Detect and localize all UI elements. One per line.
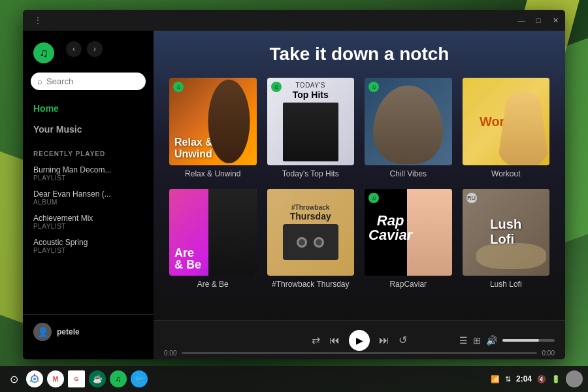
taskbar-gmail-icon[interactable]: M: [47, 370, 64, 387]
card-chill-label: Chill Vibes: [365, 169, 452, 178]
card-throwback-label: #Throwback Thursday: [267, 280, 355, 289]
spotify-logo-icon: ♫: [33, 42, 54, 63]
sidebar-item-your-music[interactable]: Your Music: [23, 119, 154, 140]
workout-person: [497, 91, 549, 165]
progress-container: 0:00 0:00: [154, 346, 565, 359]
search-bar[interactable]: ⌕: [31, 73, 146, 90]
lushlofi-fish: [476, 243, 546, 269]
sidebar-user[interactable]: 👤 petele: [23, 314, 154, 349]
tophits-person: [283, 103, 338, 161]
spotify-window: ⋮ — □ ✕ ♫ ‹ › ⌕ Home Your Music RECENTLY: [23, 10, 565, 359]
card-throwback-image: #Throwback Thursday: [267, 189, 355, 276]
recently-item-name-2: Achievement Mix: [33, 214, 143, 223]
spotify-badge-icon: ♫: [173, 82, 184, 92]
recently-item-type-1: ALBUM: [33, 199, 143, 206]
recently-item-0[interactable]: Burning Man Decom... PLAYLIST: [23, 161, 154, 186]
recently-item-3[interactable]: Acoustic Spring PLAYLIST: [23, 234, 154, 258]
back-button[interactable]: ‹: [66, 41, 82, 57]
search-icon: ⌕: [37, 76, 42, 86]
svg-point-1: [33, 378, 36, 380]
card-are-be[interactable]: Are& Be Are & Be: [169, 189, 257, 289]
user-name: petele: [57, 327, 80, 336]
arebe-person: [208, 189, 256, 276]
taskbar-starbucks-icon[interactable]: ☕: [89, 370, 106, 387]
card-workout-image: Workout: [463, 78, 550, 165]
queue-icon[interactable]: ☰: [459, 335, 468, 346]
cards-row-1: ♫ Relax &Unwind Relax & Unwind ♫ Today's…: [169, 78, 549, 178]
card-rapcaviar[interactable]: ♫ RapCaviar RapCaviar: [365, 189, 452, 289]
taskbar-mute-icon[interactable]: 🔇: [537, 375, 546, 384]
card-lush-lofi[interactable]: RU LushLofi Lush Lofi: [463, 189, 550, 289]
rapcaviar-text: RapCaviar: [368, 214, 412, 242]
volume-fill: [502, 339, 539, 342]
recently-item-name-3: Acoustic Spring: [33, 238, 143, 247]
time-current: 0:00: [164, 350, 176, 357]
spotify-badge-icon-4: ♫: [368, 193, 379, 203]
chill-person: [373, 86, 443, 164]
arebe-text: Are& Be: [174, 247, 201, 270]
recently-item-name-0: Burning Man Decom...: [33, 165, 143, 174]
window-menu-icon[interactable]: ⋮: [33, 15, 42, 25]
maximize-button[interactable]: □: [534, 16, 543, 25]
cassette-reel-left: [297, 237, 307, 248]
player-right-controls: ☰ ⊞ 🔊: [459, 335, 555, 346]
tophits-title: Top Hits: [293, 90, 329, 100]
card-tophits-image: ♫ Today's Top Hits: [267, 78, 355, 165]
repeat-button[interactable]: ↺: [399, 334, 407, 346]
recently-item-type-3: PLAYLIST: [33, 247, 143, 254]
rapcaviar-person: [407, 189, 451, 276]
taskbar-user-photo[interactable]: [566, 370, 583, 387]
previous-button[interactable]: ⏮: [329, 335, 340, 346]
taskbar-spotify-icon[interactable]: ♫: [110, 370, 127, 387]
card-top-hits[interactable]: ♫ Today's Top Hits Today's Top Hits: [267, 78, 355, 178]
volume-icon[interactable]: 🔊: [486, 335, 497, 346]
taskbar-google-icon[interactable]: G: [68, 370, 85, 387]
card-throwback[interactable]: #Throwback Thursday #Throwback Thursday: [267, 189, 355, 289]
sidebar-nav: Home Your Music: [23, 95, 154, 142]
next-button[interactable]: ⏭: [379, 335, 389, 346]
recently-played-list: Burning Man Decom... PLAYLIST Dear Evan …: [23, 161, 154, 314]
taskbar-search-icon[interactable]: ⊙: [5, 370, 22, 387]
recently-item-name-1: Dear Evan Hansen (...: [33, 189, 143, 199]
card-relax-unwind[interactable]: ♫ Relax &Unwind Relax & Unwind: [169, 78, 257, 178]
progress-bar[interactable]: [182, 352, 536, 354]
recently-played-label: RECENTLY PLAYED: [23, 142, 154, 161]
taskbar-battery-icon: 🔋: [551, 375, 561, 384]
taskbar-twitter-icon[interactable]: 🐦: [131, 370, 148, 387]
card-chill-vibes[interactable]: ♫ Chill Vibes: [365, 78, 452, 178]
search-input[interactable]: [46, 76, 139, 86]
recently-item-1[interactable]: Dear Evan Hansen (... ALBUM: [23, 186, 154, 210]
card-lushlofi-image: RU LushLofi: [463, 189, 550, 276]
volume-slider[interactable]: [502, 339, 555, 342]
taskbar-chrome-icon[interactable]: [26, 370, 43, 387]
devices-icon[interactable]: ⊞: [473, 335, 481, 346]
card-lushlofi-label: Lush Lofi: [463, 280, 550, 289]
spotify-badge-icon-3: ♫: [368, 82, 379, 92]
cassette-reel-right: [314, 237, 324, 248]
titlebar: ⋮ — □ ✕: [23, 10, 565, 31]
spotify-badge-icon-5: RU: [466, 193, 477, 203]
close-button[interactable]: ✕: [551, 16, 560, 25]
card-relax-text: Relax &Unwind: [174, 137, 213, 160]
player-bar: ⇄ ⏮ ▶ ⏭ ↺ ☰ ⊞ 🔊 0:00: [154, 320, 565, 359]
shuffle-button[interactable]: ⇄: [312, 334, 320, 346]
card-rapcaviar-image: ♫ RapCaviar: [365, 189, 452, 276]
card-workout[interactable]: Workout Workout: [463, 78, 550, 178]
card-arebe-image: Are& Be: [169, 189, 257, 276]
sidebar-item-home[interactable]: Home: [23, 98, 154, 119]
card-chill-image: ♫: [365, 78, 452, 165]
recently-item-type-2: PLAYLIST: [33, 223, 143, 230]
taskbar-time: 2:04: [516, 374, 532, 384]
sidebar-logo: ♫ ‹ ›: [23, 41, 154, 73]
card-relax-image: ♫ Relax &Unwind: [169, 78, 257, 165]
taskbar-arrows-icon: ⇅: [505, 375, 511, 384]
spotify-badge-icon-2: ♫: [271, 82, 282, 92]
sidebar: ♫ ‹ › ⌕ Home Your Music RECENTLY PLAYED …: [23, 31, 154, 359]
taskbar-left: ⊙ M G ☕ ♫ 🐦: [5, 370, 148, 387]
minimize-button[interactable]: —: [517, 16, 526, 25]
forward-button[interactable]: ›: [87, 41, 103, 57]
taskbar-right: 📶 ⇅ 2:04 🔇 🔋: [491, 370, 583, 387]
card-workout-label: Workout: [463, 169, 550, 178]
card-arebe-label: Are & Be: [169, 280, 257, 289]
recently-item-2[interactable]: Achievement Mix PLAYLIST: [23, 210, 154, 234]
